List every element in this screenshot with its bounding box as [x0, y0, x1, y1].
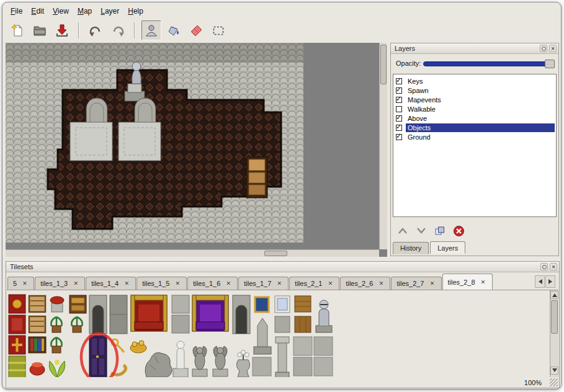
tile-stone-block[interactable]: [172, 295, 189, 333]
tileset-vscroll-thumb[interactable]: [551, 300, 558, 334]
menu-item[interactable]: File: [7, 6, 28, 17]
menu-item[interactable]: Help: [125, 6, 149, 17]
tile-red-pot[interactable]: [30, 362, 45, 375]
tab-close-icon[interactable]: [429, 280, 436, 287]
layer-visibility-checkbox[interactable]: [396, 87, 402, 94]
tile-bookshelf[interactable]: [29, 337, 46, 353]
menu-item[interactable]: Edit: [28, 6, 50, 17]
layer-row[interactable]: Above: [393, 114, 556, 123]
tileset-tab[interactable]: tiles_2_7: [391, 277, 441, 290]
tab-close-icon[interactable]: [72, 280, 79, 287]
menu-item[interactable]: Map: [74, 6, 97, 17]
tile-pillar[interactable]: [275, 337, 289, 377]
selection-tool-button[interactable]: [208, 20, 228, 40]
menu-item[interactable]: Layer: [97, 6, 125, 17]
tile-gargoyle[interactable]: [192, 346, 207, 376]
tileset-tab[interactable]: 5: [7, 277, 34, 290]
tile-banana-plant[interactable]: [49, 360, 65, 377]
tile-white-door[interactable]: [275, 296, 290, 313]
tile-plant[interactable]: [71, 317, 82, 332]
tileset-tab[interactable]: tiles_2_6: [340, 277, 390, 290]
layer-visibility-checkbox[interactable]: [396, 115, 402, 122]
float-panel-button[interactable]: [540, 45, 547, 52]
tile-dark-stone[interactable]: [110, 295, 127, 334]
layer-visibility-checkbox[interactable]: [396, 78, 402, 84]
scroll-tabs-right-button[interactable]: [545, 275, 555, 288]
panel-tab[interactable]: History: [393, 242, 429, 254]
tile-stone-arch[interactable]: [233, 295, 250, 334]
map-hscroll-thumb[interactable]: [264, 251, 287, 256]
tileset-tab[interactable]: tiles_1_4: [86, 277, 136, 290]
panel-tab[interactable]: Layers: [430, 241, 465, 254]
resize-grip[interactable]: [550, 378, 558, 386]
map-canvas[interactable]: [6, 43, 303, 243]
map-vertical-scrollbar[interactable]: [379, 43, 387, 249]
layer-row[interactable]: Ground: [393, 132, 556, 141]
layer-row[interactable]: Mapevents: [393, 95, 556, 104]
opacity-slider[interactable]: [423, 61, 553, 66]
close-panel-button[interactable]: [550, 263, 557, 270]
tile-red-throne[interactable]: [131, 295, 167, 331]
eraser-tool-button[interactable]: [186, 20, 206, 40]
tab-close-icon[interactable]: [326, 280, 334, 287]
map-horizontal-scrollbar[interactable]: [6, 249, 379, 257]
scroll-up-button[interactable]: [550, 291, 558, 299]
tile-banner-red[interactable]: [9, 295, 25, 354]
layer-row[interactable]: Spawn: [393, 86, 556, 95]
tile-plant[interactable]: [51, 317, 61, 332]
tile-stone-block[interactable]: [275, 316, 290, 332]
tileset-tab[interactable]: tiles_2_1: [289, 277, 339, 290]
tile-purple-throne[interactable]: [192, 295, 228, 331]
scroll-down-button[interactable]: [550, 367, 558, 375]
map-vscroll-thumb[interactable]: [380, 45, 387, 84]
tile-treasure-pile[interactable]: [130, 341, 146, 353]
tile-purple-door[interactable]: [89, 336, 107, 377]
tileset-tab[interactable]: tiles_1_6: [187, 277, 238, 290]
tab-close-icon[interactable]: [174, 280, 181, 287]
layer-visibility-checkbox[interactable]: [396, 106, 402, 112]
redo-button[interactable]: [108, 20, 128, 40]
tile-white-statue[interactable]: [173, 341, 188, 377]
new-map-button[interactable]: [7, 20, 27, 40]
layer-row[interactable]: Objects: [393, 123, 556, 132]
scroll-tabs-left-button[interactable]: [535, 275, 545, 288]
move-layer-up-button[interactable]: [395, 224, 411, 238]
tile-banner-green[interactable]: [9, 356, 25, 377]
layer-visibility-checkbox[interactable]: [396, 134, 402, 140]
tab-close-icon[interactable]: [21, 280, 29, 287]
tile-plant[interactable]: [51, 337, 61, 353]
tab-close-icon[interactable]: [275, 280, 283, 287]
close-panel-button[interactable]: [549, 45, 557, 52]
open-map-button[interactable]: [30, 20, 50, 40]
tileset-tab[interactable]: tiles_1_7: [238, 277, 289, 290]
stamp-tool-button[interactable]: [141, 20, 161, 40]
opacity-slider-handle[interactable]: [545, 60, 555, 68]
tile-pedestal-bowl[interactable]: [50, 296, 64, 312]
tileset-vertical-scrollbar[interactable]: [550, 290, 558, 377]
tile-flower-vase[interactable]: [236, 350, 249, 378]
float-panel-button[interactable]: [540, 263, 548, 270]
undo-button[interactable]: [86, 20, 105, 40]
tile-loom[interactable]: [29, 296, 45, 332]
tileset-tab[interactable]: tiles_1_3: [35, 277, 85, 290]
layer-visibility-checkbox[interactable]: [396, 97, 402, 103]
save-map-button[interactable]: [52, 20, 72, 40]
tileset-grid[interactable]: [7, 293, 542, 377]
duplicate-layer-button[interactable]: [432, 224, 448, 238]
menu-item[interactable]: View: [50, 6, 74, 17]
tab-close-icon[interactable]: [377, 280, 385, 287]
tile-stone-arch[interactable]: [89, 295, 107, 334]
layer-visibility-checkbox[interactable]: [396, 125, 402, 131]
tab-close-icon[interactable]: [480, 278, 487, 286]
tile-monument[interactable]: [254, 318, 271, 354]
tile-gargoyle[interactable]: [213, 346, 228, 376]
tab-close-icon[interactable]: [225, 280, 232, 287]
tileset-tab[interactable]: tiles_2_8: [442, 274, 493, 290]
tile-gold-cabinet[interactable]: [69, 295, 86, 313]
delete-layer-button[interactable]: [450, 224, 467, 238]
tile-rock-pile[interactable]: [145, 352, 172, 377]
tile-knight-armor[interactable]: [316, 300, 332, 332]
tile-wood-crate[interactable]: [295, 296, 311, 332]
tab-close-icon[interactable]: [123, 280, 130, 287]
tileset-tab[interactable]: tiles_1_5: [137, 277, 187, 290]
